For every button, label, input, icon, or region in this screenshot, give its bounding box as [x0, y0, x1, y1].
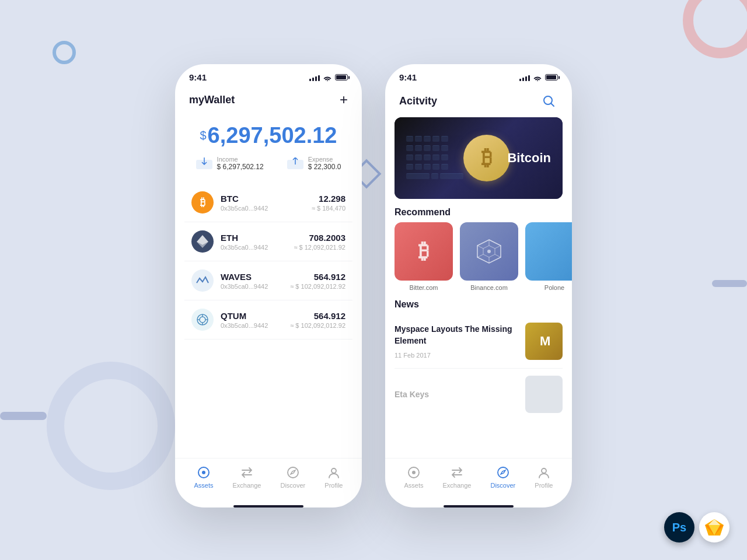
eth-name: ETH: [221, 233, 294, 243]
news-title: News: [385, 291, 572, 314]
bg-decoration-rect-left: [0, 412, 47, 420]
bg-decoration-circle-large: [47, 362, 175, 490]
news-date-1: 11 Feb 2017: [395, 352, 518, 359]
profile-label-2: Profile: [535, 482, 553, 489]
waves-address: 0x3b5ca0...9442: [221, 283, 290, 290]
nav-item-exchange-1[interactable]: Exchange: [233, 466, 261, 489]
expense-value: $ 22,300.0: [308, 163, 341, 171]
sketch-badge: [699, 512, 729, 542]
assets-icon-1: [197, 466, 211, 480]
svg-text:M: M: [540, 334, 550, 348]
recommend-card-polone[interactable]: Polone: [525, 222, 572, 291]
recommend-scroll: ₿ Bitter.com: [385, 222, 572, 291]
polone-card-img: [525, 222, 572, 281]
btc-address: 0x3b5ca0...9442: [221, 205, 312, 212]
crypto-item-eth[interactable]: ETH 0x3b5ca0...9442 708.2003 ≈ $ 12,092,…: [184, 222, 352, 261]
expense-icon: [287, 155, 303, 172]
news-thumb-1: M: [525, 323, 563, 360]
crypto-item-waves[interactable]: WAVES 0x3b5ca0...9442 564.912 ≈ $ 102,09…: [184, 261, 352, 300]
news-item-1[interactable]: Myspace Layouts The Missing Element 11 F…: [395, 314, 563, 369]
svg-point-9: [202, 471, 205, 474]
wallet-header: myWallet +: [175, 87, 362, 117]
nav-item-exchange-2[interactable]: Exchange: [443, 466, 472, 489]
status-bar-1: 9:41: [175, 64, 362, 87]
status-time-1: 9:41: [189, 72, 207, 82]
discover-label-1: Discover: [280, 482, 305, 489]
news-title-1: Myspace Layouts The Missing Element: [395, 324, 518, 346]
income-stat: Income $ 6,297,502.12: [196, 155, 264, 172]
svg-line-17: [495, 246, 501, 249]
svg-point-10: [288, 467, 298, 478]
qtum-name: QTUM: [221, 311, 290, 321]
recommend-card-binance[interactable]: Binance.com: [460, 222, 518, 291]
eth-address: 0x3b5ca0...9442: [221, 244, 294, 251]
bottom-nav-2: Assets Exchange Discover: [385, 458, 572, 501]
balance-amount: 6,297,502.12: [208, 123, 337, 148]
phone-activity: 9:41: [385, 64, 572, 508]
binance-card-name: Binance.com: [460, 284, 518, 291]
wifi-icon-1: [323, 74, 332, 81]
svg-point-3: [200, 317, 205, 323]
discover-label-2: Discover: [490, 482, 515, 489]
qtum-amount: 564.912: [290, 311, 345, 321]
crypto-item-btc[interactable]: ₿ BTC 0x3b5ca0...9442 12.298 ≈ $ 184,470: [184, 183, 352, 222]
recommend-card-bitcoin[interactable]: ₿ Bitter.com: [395, 222, 453, 291]
nav-item-discover-1[interactable]: Discover: [280, 466, 305, 489]
activity-header: Acitvity: [385, 87, 572, 117]
exchange-label-2: Exchange: [443, 482, 472, 489]
add-button[interactable]: +: [340, 92, 348, 108]
svg-point-24: [412, 471, 416, 474]
home-indicator-1: [233, 505, 303, 508]
svg-line-20: [477, 254, 483, 257]
eth-amount: 708.2003: [294, 233, 345, 243]
nav-item-profile-2[interactable]: Profile: [535, 466, 553, 489]
polone-card-name: Polone: [525, 284, 572, 291]
btc-amount: 12.298: [312, 194, 345, 204]
waves-amount: 564.912: [290, 272, 345, 282]
bitcoin-card-name: Bitter.com: [395, 284, 453, 291]
profile-icon-1: [327, 466, 341, 480]
news-section: Myspace Layouts The Missing Element 11 F…: [385, 314, 572, 420]
currency-symbol: $: [200, 129, 206, 142]
bg-decoration-circle-blue: [53, 41, 76, 64]
nav-item-assets-1[interactable]: Assets: [194, 466, 214, 489]
waves-name: WAVES: [221, 272, 290, 282]
bg-decoration-rect-right: [712, 280, 747, 287]
discover-icon-2: [496, 466, 510, 480]
exchange-icon-2: [450, 466, 464, 480]
btc-logo: ₿: [191, 191, 214, 214]
nav-item-profile-1[interactable]: Profile: [324, 466, 343, 489]
home-indicator-2: [444, 505, 514, 508]
status-bar-2: 9:41: [385, 64, 572, 87]
income-label: Income: [217, 156, 264, 163]
crypto-list: ₿ BTC 0x3b5ca0...9442 12.298 ≈ $ 184,470: [175, 183, 362, 458]
search-button[interactable]: [539, 92, 558, 110]
battery-icon-1: [335, 74, 348, 80]
keyboard-bg: [406, 136, 463, 181]
svg-line-21: [477, 246, 483, 249]
discover-icon-1: [286, 466, 300, 480]
nav-item-assets-2[interactable]: Assets: [404, 466, 424, 489]
hero-label: Bitcoin: [507, 150, 551, 166]
exchange-label-1: Exchange: [233, 482, 261, 489]
signal-icon-2: [519, 74, 530, 81]
signal-icon-1: [309, 74, 320, 81]
expense-label: Expense: [308, 156, 341, 163]
photoshop-label: Ps: [672, 521, 686, 534]
income-icon: [196, 155, 212, 172]
battery-icon-2: [545, 74, 558, 80]
btc-usd: ≈ $ 184,470: [312, 205, 345, 212]
news-item-2[interactable]: Eta Keys: [395, 369, 563, 420]
nav-item-discover-2[interactable]: Discover: [490, 466, 515, 489]
news-title-2: Eta Keys: [395, 390, 518, 399]
waves-logo: [191, 270, 214, 292]
svg-point-25: [498, 467, 508, 478]
btc-name: BTC: [221, 194, 312, 204]
svg-point-11: [331, 468, 336, 473]
qtum-address: 0x3b5ca0...9442: [221, 322, 290, 329]
status-time-2: 9:41: [399, 72, 417, 82]
balance-display: $6,297,502.12: [189, 123, 348, 148]
crypto-item-qtum[interactable]: QTUM 0x3b5ca0...9442 564.912 ≈ $ 102,092…: [184, 300, 352, 340]
waves-usd: ≈ $ 102,092,012.92: [290, 283, 345, 290]
activity-title: Acitvity: [399, 95, 437, 107]
